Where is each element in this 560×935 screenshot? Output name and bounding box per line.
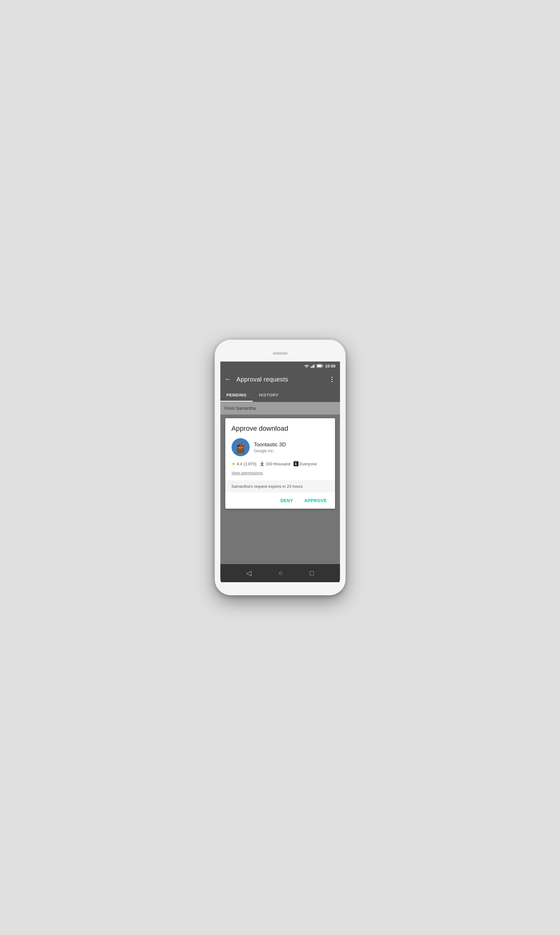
from-label: From Samantha bbox=[220, 402, 340, 415]
app-icon-svg bbox=[232, 439, 249, 455]
view-permissions-link[interactable]: View permissions bbox=[232, 471, 263, 475]
wifi-icon bbox=[304, 364, 309, 368]
content-area: From Samantha Approve download bbox=[220, 402, 340, 564]
more-options-button[interactable]: ⋮ bbox=[329, 375, 335, 383]
audience-label: Everyone bbox=[300, 461, 317, 466]
svg-point-14 bbox=[242, 443, 244, 445]
downloads-stat: 100 thousand bbox=[260, 461, 291, 466]
expiry-notice: Samantha's request expires in 23 hours bbox=[225, 480, 335, 492]
deny-button[interactable]: DENY bbox=[276, 495, 298, 506]
phone-frame: 10:50 ← Approval requests ⋮ PENDING HIST… bbox=[215, 340, 346, 595]
action-buttons: DENY APPROVE bbox=[225, 492, 335, 509]
svg-point-22 bbox=[237, 451, 239, 454]
bottom-nav: ◁ ○ □ bbox=[220, 564, 340, 582]
tab-pending[interactable]: PENDING bbox=[220, 388, 253, 402]
audience-stat: E Everyone bbox=[294, 461, 317, 466]
svg-rect-24 bbox=[260, 465, 264, 466]
svg-point-13 bbox=[237, 443, 238, 445]
review-count: (1,870) bbox=[244, 461, 257, 466]
download-icon bbox=[260, 461, 265, 466]
svg-rect-7 bbox=[323, 365, 323, 367]
svg-point-0 bbox=[306, 368, 307, 368]
speaker bbox=[273, 352, 288, 355]
tab-bar: PENDING HISTORY bbox=[220, 388, 340, 402]
svg-rect-18 bbox=[241, 445, 244, 447]
app-info-row: Toontastic 3D Google Inc. bbox=[232, 438, 329, 456]
phone-screen: 10:50 ← Approval requests ⋮ PENDING HIST… bbox=[220, 345, 340, 590]
svg-point-23 bbox=[242, 451, 244, 454]
app-icon bbox=[232, 438, 249, 456]
signal-icon bbox=[311, 364, 315, 368]
svg-rect-6 bbox=[317, 365, 322, 367]
tab-history[interactable]: HISTORY bbox=[253, 388, 285, 402]
status-icons: 10:50 bbox=[304, 364, 335, 368]
back-nav-icon[interactable]: ◁ bbox=[246, 569, 251, 577]
card-content: Approve download bbox=[225, 418, 335, 480]
rating-stat: ★ 4.4 (1,870) bbox=[232, 461, 257, 466]
home-nav-icon[interactable]: ○ bbox=[278, 569, 283, 577]
star-icon: ★ bbox=[232, 461, 235, 466]
rating-badge: E bbox=[294, 461, 298, 466]
app-details: Toontastic 3D Google Inc. bbox=[254, 441, 286, 453]
downloads-value: 100 thousand bbox=[266, 461, 291, 466]
stats-row: ★ 4.4 (1,870) 100 thousand bbox=[232, 461, 329, 466]
app-name: Toontastic 3D bbox=[254, 441, 286, 448]
approve-button[interactable]: APPROVE bbox=[300, 495, 331, 506]
phone-bottom-bar bbox=[220, 582, 340, 590]
status-bar: 10:50 bbox=[220, 361, 340, 370]
card-title: Approve download bbox=[232, 424, 329, 432]
svg-rect-4 bbox=[314, 364, 315, 368]
clock: 10:50 bbox=[325, 364, 335, 368]
app-bar-title: Approval requests bbox=[237, 376, 324, 383]
svg-rect-17 bbox=[237, 445, 240, 447]
svg-rect-3 bbox=[313, 364, 314, 368]
approval-card: Approve download bbox=[225, 418, 335, 509]
battery-icon bbox=[317, 364, 323, 368]
svg-rect-1 bbox=[311, 366, 312, 368]
recents-nav-icon[interactable]: □ bbox=[310, 569, 314, 577]
app-developer: Google Inc. bbox=[254, 449, 286, 453]
phone-top-bar bbox=[220, 345, 340, 361]
back-button[interactable]: ← bbox=[225, 375, 232, 383]
app-bar: ← Approval requests ⋮ bbox=[220, 370, 340, 388]
rating-value: 4.4 bbox=[237, 461, 242, 466]
svg-rect-2 bbox=[312, 366, 313, 368]
